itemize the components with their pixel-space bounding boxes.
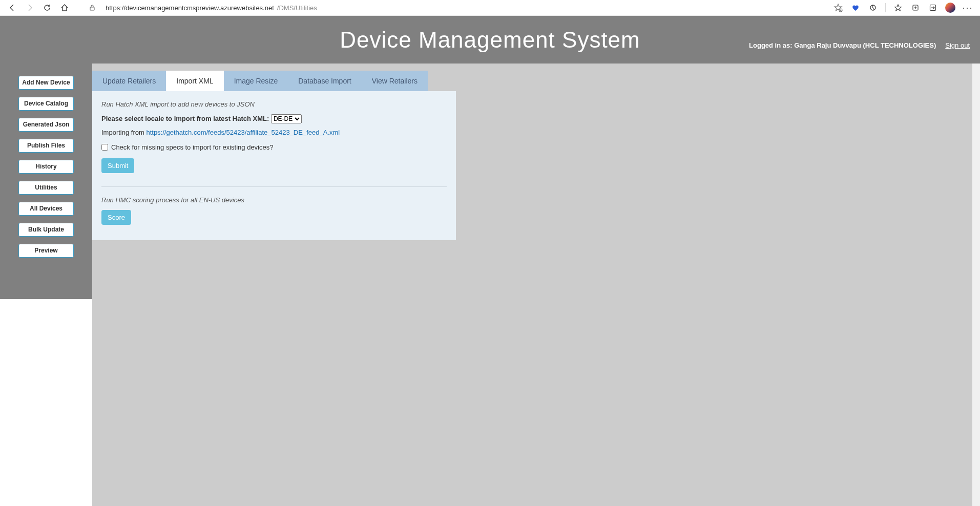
sidebar-item-publish-files[interactable]: Publish Files — [18, 139, 74, 153]
home-icon[interactable] — [57, 1, 72, 15]
share-icon[interactable] — [926, 1, 940, 15]
sidebar-item-all-devices[interactable]: All Devices — [18, 202, 74, 216]
refresh-icon[interactable] — [40, 1, 54, 15]
sidebar-item-device-catalog[interactable]: Device Catalog — [18, 97, 74, 111]
browser-toolbar: https://devicemanagementcmspreview.azure… — [0, 0, 980, 16]
avatar[interactable] — [943, 1, 957, 15]
tab-update-retailers[interactable]: Update Retailers — [92, 71, 166, 91]
locale-select[interactable]: DE-DE — [271, 114, 302, 123]
panel-divider — [101, 186, 447, 187]
score-description: Run HMC scoring process for all EN-US de… — [101, 196, 447, 204]
sidebar-item-utilities[interactable]: Utilities — [18, 181, 74, 195]
sidebar-item-history[interactable]: History — [18, 160, 74, 174]
svg-rect-0 — [90, 7, 94, 10]
sidebar: Add New Device Device Catalog Generated … — [0, 64, 92, 299]
sidebar-item-generated-json[interactable]: Generated Json — [18, 118, 74, 132]
sidebar-item-preview[interactable]: Preview — [18, 244, 74, 258]
url-prefix: https:// — [106, 4, 126, 12]
extension-icon[interactable] — [866, 1, 880, 15]
import-description: Run Hatch XML import to add new devices … — [101, 100, 447, 108]
more-icon[interactable]: ··· — [961, 1, 975, 15]
submit-button[interactable]: Submit — [101, 158, 134, 173]
heart-icon[interactable] — [848, 1, 863, 15]
back-icon[interactable] — [5, 1, 19, 15]
forward-icon — [23, 1, 37, 15]
missing-specs-label: Check for missing specs to import for ex… — [111, 143, 273, 151]
collections-icon[interactable] — [908, 1, 923, 15]
toolbar-divider — [885, 3, 886, 12]
favorites-icon[interactable] — [891, 1, 905, 15]
lock-icon[interactable] — [85, 1, 99, 15]
url-path: /DMS/Utilities — [277, 4, 317, 12]
sidebar-spacer — [0, 299, 92, 506]
importing-label: Importing from — [101, 129, 146, 136]
importing-url-link[interactable]: https://gethatch.com/feeds/52423/affilia… — [146, 129, 340, 136]
address-bar[interactable]: https://devicemanagementcmspreview.azure… — [102, 4, 828, 12]
logged-in-label: Logged in as: Ganga Raju Duvvapu (HCL TE… — [749, 41, 936, 49]
tabs: Update Retailers Import XML Image Resize… — [92, 71, 972, 91]
sidebar-item-bulk-update[interactable]: Bulk Update — [18, 223, 74, 237]
score-button[interactable]: Score — [101, 210, 131, 225]
sign-out-link[interactable]: Sign out — [945, 41, 970, 49]
locale-label: Please select locale to import from late… — [101, 115, 269, 122]
star-setting-icon[interactable] — [831, 1, 845, 15]
missing-specs-checkbox[interactable] — [101, 144, 108, 151]
tab-database-import[interactable]: Database Import — [288, 71, 362, 91]
scrollbar[interactable] — [972, 64, 980, 506]
page-header: Device Management System Logged in as: G… — [0, 16, 980, 64]
tab-view-retailers[interactable]: View Retailers — [362, 71, 428, 91]
sidebar-item-add-new-device[interactable]: Add New Device — [18, 76, 74, 90]
tab-import-xml[interactable]: Import XML — [166, 71, 223, 91]
tab-image-resize[interactable]: Image Resize — [224, 71, 288, 91]
content-area: Update Retailers Import XML Image Resize… — [92, 64, 972, 506]
url-domain: devicemanagementcmspreview.azurewebsites… — [126, 4, 274, 12]
import-xml-panel: Run Hatch XML import to add new devices … — [92, 91, 456, 240]
